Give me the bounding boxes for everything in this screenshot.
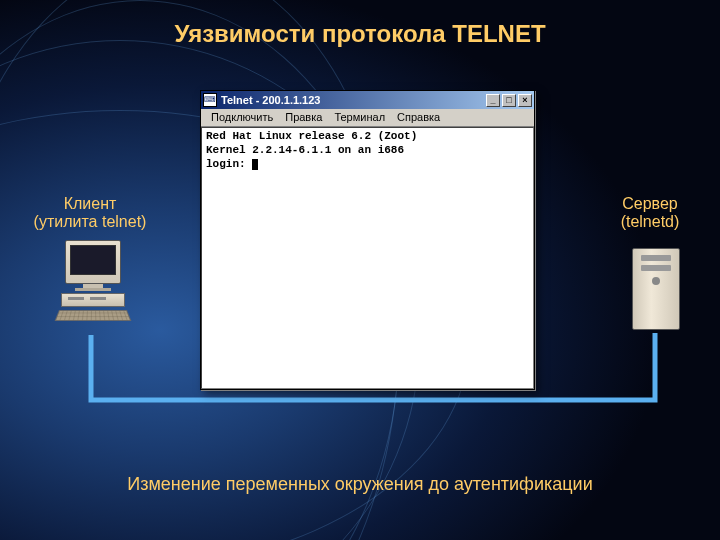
telnet-app-icon: ⌨	[203, 93, 217, 107]
menu-terminal[interactable]: Терминал	[328, 109, 391, 126]
maximize-button[interactable]: □	[502, 94, 516, 107]
menu-edit[interactable]: Правка	[279, 109, 328, 126]
minimize-button[interactable]: _	[486, 94, 500, 107]
window-title: Telnet - 200.1.1.123	[221, 94, 486, 106]
client-label: Клиент (утилита telnet)	[20, 195, 160, 231]
server-tower-icon	[632, 248, 680, 330]
menubar: Подключить Правка Терминал Справка	[201, 109, 534, 127]
telnet-window: ⌨ Telnet - 200.1.1.123 _ □ × Подключить …	[200, 90, 535, 390]
close-button[interactable]: ×	[518, 94, 532, 107]
slide-title: Уязвимости протокола TELNET	[0, 20, 720, 48]
client-computer-icon	[55, 240, 130, 322]
slide-caption: Изменение переменных окружения до аутент…	[0, 474, 720, 495]
text-cursor	[252, 159, 258, 170]
server-label: Сервер (telnetd)	[600, 195, 700, 231]
terminal-output[interactable]: Red Hat Linux release 6.2 (Zoot) Kernel …	[201, 127, 534, 389]
menu-connect[interactable]: Подключить	[205, 109, 279, 126]
menu-help[interactable]: Справка	[391, 109, 446, 126]
window-titlebar[interactable]: ⌨ Telnet - 200.1.1.123 _ □ ×	[201, 91, 534, 109]
